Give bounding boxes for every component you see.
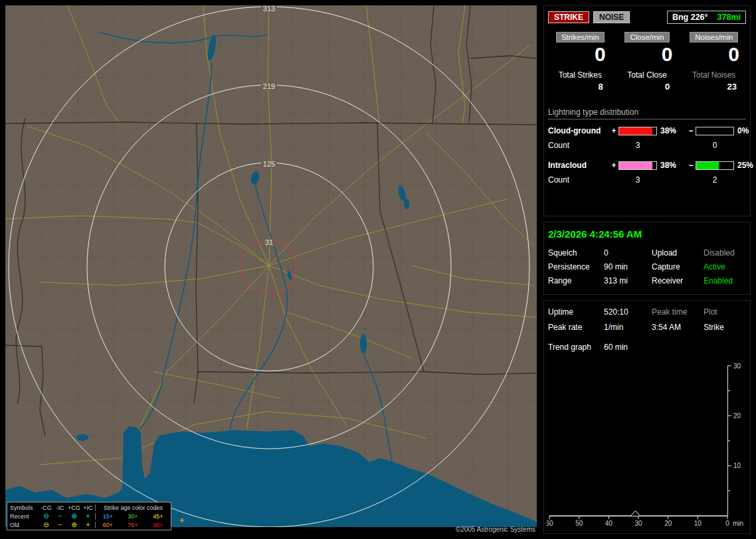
cloud-ground-row: Cloud-ground + 38% − 0% bbox=[548, 126, 746, 135]
close-column: Close/min 0 Total Close 0 bbox=[614, 32, 681, 92]
x-tick-50: 50 bbox=[575, 520, 583, 527]
peak-time-label: Peak time bbox=[652, 307, 704, 317]
cg-minus-count: 0 bbox=[696, 141, 734, 150]
trend-window-value: 60 min bbox=[604, 343, 746, 352]
squelch-label: Squelch bbox=[548, 248, 604, 258]
trend-panel: Uptime 520:10 Peak time Plot Peak rate 1… bbox=[543, 300, 751, 534]
minus-sign: − bbox=[686, 126, 696, 135]
strikes-per-min-value: 0 bbox=[547, 42, 614, 66]
intracloud-row: Intracloud + 38% − 25% bbox=[548, 161, 746, 170]
plus-sign: + bbox=[609, 126, 618, 135]
range-ring-label: 219 bbox=[261, 83, 277, 90]
close-per-min-button[interactable]: Close/min bbox=[624, 32, 669, 42]
close-per-min-value: 0 bbox=[614, 42, 681, 66]
ic-plus-percent: 38% bbox=[657, 161, 686, 170]
ic-plus-bar bbox=[618, 161, 657, 170]
total-noises-value: 23 bbox=[680, 82, 747, 92]
uptime-value: 520:10 bbox=[604, 307, 652, 317]
x-tick-40: 40 bbox=[605, 520, 613, 527]
pos-ic-recent-icon: + bbox=[81, 513, 95, 520]
strike-mode-button[interactable]: STRIKE bbox=[548, 11, 589, 23]
legend-col-pos-ic: +IC bbox=[81, 504, 95, 511]
status-panel: 2/3/2026 4:24:56 AM Squelch 0 Upload Dis… bbox=[543, 222, 751, 295]
ic-minus-percent: 25% bbox=[734, 161, 755, 170]
trend-trace bbox=[549, 511, 727, 516]
cloud-ground-count-row: Count 3 0 bbox=[548, 141, 746, 150]
x-unit-label: min bbox=[733, 520, 743, 527]
x-tick-30: 30 bbox=[634, 520, 642, 527]
uptime-label: Uptime bbox=[548, 307, 604, 317]
total-strikes-value: 8 bbox=[547, 82, 614, 92]
persistence-value: 90 min bbox=[604, 262, 652, 271]
cg-plus-count: 3 bbox=[618, 141, 657, 150]
legend-age-header: Strike age color codes bbox=[95, 504, 171, 511]
total-noises-label: Total Noises bbox=[680, 70, 747, 80]
legend-col-pos-cg: +CG bbox=[67, 504, 81, 511]
count-label: Count bbox=[548, 141, 609, 150]
status-grid: Squelch 0 Upload Disabled Persistence 90… bbox=[544, 240, 750, 285]
x-tick-10: 10 bbox=[694, 520, 702, 527]
y-tick-20: 20 bbox=[733, 412, 741, 420]
peak-rate-value: 1/min bbox=[604, 323, 652, 332]
intracloud-label: Intracloud bbox=[548, 161, 609, 170]
capture-status: Active bbox=[704, 262, 746, 271]
strike-stats-panel: STRIKE NOISE Bng 226° 378mi Strikes/min … bbox=[543, 5, 751, 216]
strike-symbol-marker: + bbox=[179, 516, 185, 524]
persistence-label: Persistence bbox=[548, 262, 604, 271]
count-label: Count bbox=[548, 175, 609, 185]
strikes-column: Strikes/min 0 Total Strikes 8 bbox=[547, 32, 614, 92]
receiver-status: Enabled bbox=[704, 276, 746, 285]
age-code-15: 15+ bbox=[95, 513, 120, 520]
rate-columns: Strikes/min 0 Total Strikes 8 Close/min … bbox=[544, 32, 750, 92]
cg-minus-bar bbox=[696, 127, 734, 135]
capture-label: Capture bbox=[652, 262, 704, 271]
upload-label: Upload bbox=[652, 248, 704, 258]
age-code-45: 45+ bbox=[145, 513, 171, 520]
ic-plus-count: 3 bbox=[618, 175, 657, 185]
cg-minus-percent: 0% bbox=[734, 126, 755, 135]
peak-time-value: 3:54 AM bbox=[652, 323, 704, 332]
distance-value: 378mi bbox=[717, 13, 741, 22]
cg-plus-percent: 38% bbox=[657, 126, 686, 135]
noises-per-min-button[interactable]: Noises/min bbox=[690, 32, 738, 42]
x-tick-0: 0 bbox=[725, 520, 729, 527]
neg-ic-recent-icon: − bbox=[53, 513, 67, 520]
range-ring-label: 125 bbox=[261, 161, 277, 168]
range-label: Range bbox=[548, 276, 604, 285]
plot-value: Strike bbox=[704, 323, 746, 332]
strikes-per-min-button[interactable]: Strikes/min bbox=[556, 32, 605, 42]
intracloud-count-row: Count 3 2 bbox=[548, 175, 746, 185]
peak-rate-label: Peak rate bbox=[548, 323, 604, 332]
noise-mode-button[interactable]: NOISE bbox=[593, 11, 630, 23]
datetime-display: 2/3/2026 4:24:56 AM bbox=[544, 222, 750, 240]
legend-col-neg-cg: -CG bbox=[39, 504, 53, 511]
axis-ticks bbox=[549, 366, 731, 519]
total-strikes-label: Total Strikes bbox=[547, 70, 614, 80]
cg-plus-bar bbox=[618, 127, 657, 135]
legend-col-neg-ic: -IC bbox=[53, 504, 67, 511]
range-ring-label: 31 bbox=[263, 239, 275, 246]
legend-recent-label: Recent bbox=[9, 513, 39, 520]
bearing-readout: Bng 226° 378mi bbox=[667, 11, 746, 24]
x-tick-60: 60 bbox=[547, 520, 553, 527]
plot-label: Plot bbox=[704, 307, 746, 317]
mode-row: STRIKE NOISE Bng 226° 378mi bbox=[544, 6, 750, 24]
distribution-title: Lightning type distribution bbox=[548, 108, 746, 119]
plus-sign: + bbox=[609, 161, 618, 170]
legend-symbols-header: Symbols bbox=[9, 504, 39, 511]
range-ring-label: 313 bbox=[261, 5, 277, 13]
stats-grid: Uptime 520:10 Peak time Plot Peak rate 1… bbox=[544, 301, 750, 332]
trend-graph: 60 50 40 30 20 10 0 min 30 20 10 bbox=[547, 362, 747, 533]
trend-graph-label: Trend graph bbox=[548, 343, 604, 352]
trend-graph-row: Trend graph 60 min bbox=[544, 332, 750, 352]
ic-minus-bar bbox=[696, 161, 734, 170]
total-close-label: Total Close bbox=[614, 70, 681, 80]
ic-minus-count: 2 bbox=[696, 175, 734, 185]
lightning-map: 313 219 125 31 + bbox=[5, 5, 537, 527]
range-value: 313 mi bbox=[604, 276, 652, 285]
copyright-text: ©2005 Astrogenic Systems bbox=[5, 526, 535, 533]
noises-per-min-value: 0 bbox=[680, 42, 747, 66]
x-tick-20: 20 bbox=[664, 520, 672, 527]
upload-status: Disabled bbox=[704, 248, 746, 258]
neg-cg-recent-icon: ⊖ bbox=[39, 513, 53, 520]
